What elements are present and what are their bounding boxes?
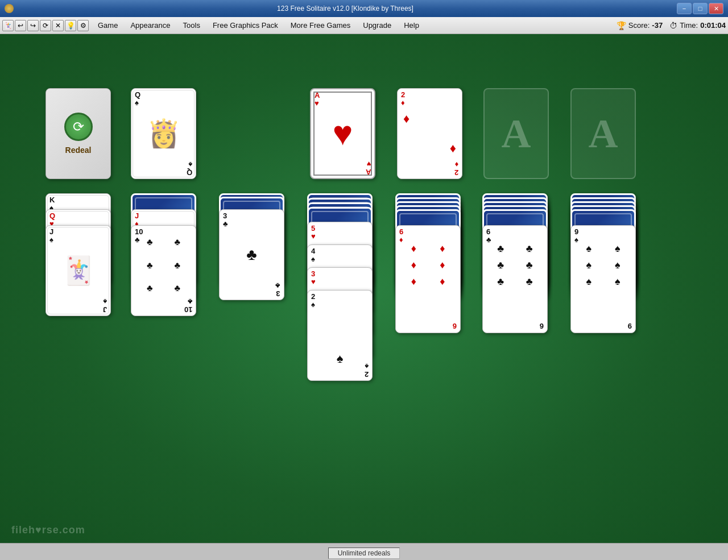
time-box: ⏱ Time: 0:01:04 xyxy=(669,21,726,30)
redeal-icon: ⟳ xyxy=(64,113,93,141)
stock-slot-3 xyxy=(222,88,287,179)
time-value: 0:01:04 xyxy=(700,21,726,30)
card-10-clubs[interactable]: 10♣ 10♣ ♣ ♣ ♣ ♣ ♣ ♣ xyxy=(131,225,196,316)
score-area: 🏆 Score: -37 ⏱ Time: 0:01:04 xyxy=(617,21,726,30)
menu-bar: 🃏 ↩ ↪ ⟳ ✕ 💡 ⚙ Game Appearance Tools Free… xyxy=(0,17,728,34)
toolbar-icon-7[interactable]: ⚙ xyxy=(77,20,89,31)
game-area: ⟳ Redeal Q♠ Q♠ 👸 A♥ A♥ ♥ 2♦ 2♦ ♦ ♦ A A xyxy=(0,34,728,543)
menu-appearance[interactable]: Appearance xyxy=(125,19,176,32)
menu-game[interactable]: Game xyxy=(92,19,123,32)
title-bar: 123 Free Solitaire v12.0 [Klondike by Th… xyxy=(0,0,728,17)
time-label: Time: xyxy=(680,21,698,30)
deck-face-inner: 👸 xyxy=(133,90,195,177)
foundation-spades-a: A xyxy=(502,110,531,157)
diamond-top: ♦ xyxy=(403,111,410,126)
toolbar-icon-1[interactable]: 🃏 xyxy=(2,20,14,31)
foundation-clubs-a: A xyxy=(589,110,618,157)
foundation-spades-empty[interactable]: A xyxy=(483,88,549,179)
minimize-button[interactable]: − xyxy=(677,3,692,14)
diamond-bot: ♦ xyxy=(450,141,456,156)
two-diamonds-tl: 2♦ xyxy=(401,91,405,107)
score-value: -37 xyxy=(652,21,663,30)
menu-graphics-pack[interactable]: Free Graphics Pack xyxy=(207,19,284,32)
card-6-diamonds[interactable]: 6♦ 9 ♦ ♦ ♦ ♦ ♦ ♦ xyxy=(395,225,461,333)
menu-tools[interactable]: Tools xyxy=(177,19,206,32)
score-icon: 🏆 xyxy=(617,21,626,30)
menu-upgrade[interactable]: Upgrade xyxy=(357,19,397,32)
score-box: 🏆 Score: -37 xyxy=(617,21,663,30)
big-heart: ♥ xyxy=(333,117,353,151)
menu-help[interactable]: Help xyxy=(398,19,425,32)
window-title: 123 Free Solitaire v12.0 [Klondike by Th… xyxy=(14,5,677,13)
toolbar-icon-2[interactable]: ↩ xyxy=(15,20,26,31)
toolbar-icon-6[interactable]: 💡 xyxy=(65,20,76,31)
foundation-hearts[interactable]: A♥ A♥ ♥ xyxy=(310,88,375,179)
card-j-spades[interactable]: J♠ J♠ 🃏 xyxy=(46,225,111,316)
status-message: Unlimited redeals xyxy=(328,547,400,559)
card-9-spades[interactable]: 9♠ 6 ♠ ♠ ♠ ♠ ♠ ♠ xyxy=(570,225,636,333)
card-3-clubs[interactable]: 3♣ 3♣ ♣ xyxy=(219,209,284,300)
toolbar-icons: 🃏 ↩ ↪ ⟳ ✕ 💡 ⚙ xyxy=(2,20,89,31)
time-icon: ⏱ xyxy=(669,21,677,30)
score-label: Score: xyxy=(628,21,650,30)
restore-button[interactable]: □ xyxy=(693,3,708,14)
redeal-card[interactable]: ⟳ Redeal xyxy=(46,88,111,179)
toolbar-icon-4[interactable]: ⟳ xyxy=(40,20,51,31)
queen-figure: 👸 xyxy=(147,118,181,150)
watermark: fileh♥rse.com xyxy=(11,524,85,536)
foundation-clubs-empty[interactable]: A xyxy=(570,88,636,179)
card-2-spades[interactable]: 2♠ 2♠ ♠ xyxy=(307,290,373,381)
two-diamonds-br: 2♦ xyxy=(454,160,458,176)
app-icon xyxy=(5,4,14,13)
redeal-label: Redeal xyxy=(65,146,92,155)
deck-pile[interactable]: Q♠ Q♠ 👸 xyxy=(131,88,196,179)
status-bar: Unlimited redeals xyxy=(0,543,728,560)
window-controls: − □ ✕ xyxy=(677,3,723,14)
card-6-clubs[interactable]: 6♣ 9 ♣ ♣ ♣ ♣ ♣ ♣ xyxy=(482,225,548,333)
menu-more-games[interactable]: More Free Games xyxy=(285,19,356,32)
foundation-diamonds[interactable]: 2♦ 2♦ ♦ ♦ xyxy=(397,88,462,179)
title-bar-left xyxy=(5,4,14,13)
toolbar-icon-5[interactable]: ✕ xyxy=(52,20,64,31)
toolbar-icon-3[interactable]: ↪ xyxy=(27,20,39,31)
close-button[interactable]: ✕ xyxy=(709,3,723,14)
